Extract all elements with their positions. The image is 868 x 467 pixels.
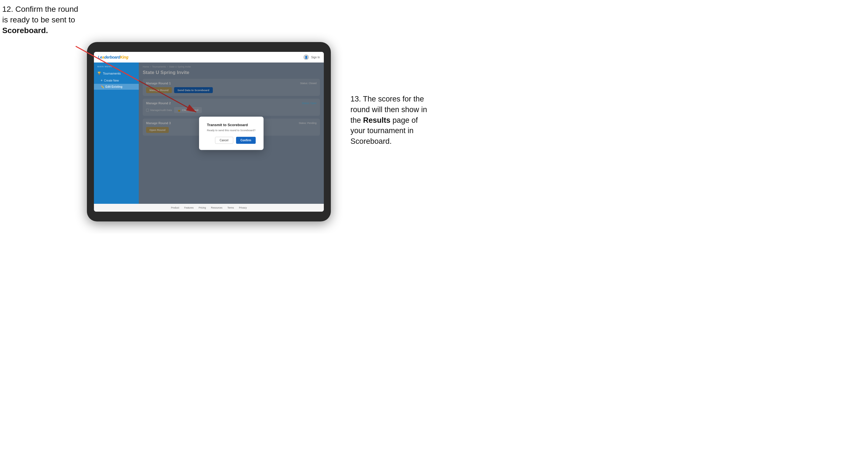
sidebar-item-create-new[interactable]: + Create New [94, 77, 139, 84]
logo-accent: King [120, 55, 128, 59]
annotation-top: 12. Confirm the round is ready to be sen… [2, 4, 78, 36]
nav-right: 👤 Sign In [303, 54, 320, 60]
modal-cancel-button[interactable]: Cancel [215, 137, 233, 144]
sidebar-item-tournaments[interactable]: 🏆 Tournaments [94, 69, 139, 77]
footer-pricing[interactable]: Pricing [199, 206, 206, 209]
modal-confirm-button[interactable]: Confirm [236, 137, 256, 144]
sidebar-item-edit-existing[interactable]: ✏️ Edit Existing [94, 84, 139, 90]
tablet-device: LeaderboardKing 👤 Sign In MAIN MENU 🏆 To… [87, 42, 331, 221]
main-layout: MAIN MENU 🏆 Tournaments + Create New ✏️ … [94, 63, 324, 204]
footer-terms[interactable]: Terms [227, 206, 234, 209]
annotation-line2: is ready to be sent to [2, 15, 75, 24]
signin-button[interactable]: Sign In [311, 56, 320, 59]
sidebar-create-new-label: Create New [104, 79, 119, 82]
top-navbar: LeaderboardKing 👤 Sign In [94, 52, 324, 63]
plus-icon: + [101, 79, 103, 83]
footer-privacy[interactable]: Privacy [239, 206, 247, 209]
annotation-line3: Scoreboard. [2, 26, 48, 35]
sidebar-section-label: MAIN MENU [94, 65, 139, 69]
avatar: 👤 [303, 54, 309, 60]
modal-buttons: Cancel Confirm [207, 137, 256, 144]
content-area: Home › Tournaments › State U Spring Invi… [139, 63, 324, 204]
tablet-screen: LeaderboardKing 👤 Sign In MAIN MENU 🏆 To… [94, 52, 324, 212]
annotation-line1: 12. Confirm the round [2, 5, 78, 13]
modal-overlay: Transmit to Scoreboard Ready to send thi… [139, 63, 324, 204]
sidebar: MAIN MENU 🏆 Tournaments + Create New ✏️ … [94, 63, 139, 204]
trophy-icon: 🏆 [97, 71, 101, 75]
annotation-right-text: 13. The scores for the round will then s… [350, 95, 427, 146]
edit-icon: ✏️ [101, 85, 104, 88]
footer-resources[interactable]: Resources [211, 206, 223, 209]
modal-subtitle: Ready to send this round to Scoreboard? [207, 129, 256, 132]
footer-features[interactable]: Features [184, 206, 194, 209]
sidebar-edit-existing-label: Edit Existing [105, 85, 123, 88]
modal-title: Transmit to Scoreboard [207, 123, 256, 127]
screen-footer: Product Features Pricing Resources Terms… [94, 204, 324, 212]
app-logo: LeaderboardKing [98, 55, 128, 59]
footer-product[interactable]: Product [171, 206, 179, 209]
transmit-modal: Transmit to Scoreboard Ready to send thi… [199, 117, 264, 150]
sidebar-tournaments-label: Tournaments [103, 72, 121, 75]
annotation-right: 13. The scores for the round will then s… [350, 94, 432, 147]
